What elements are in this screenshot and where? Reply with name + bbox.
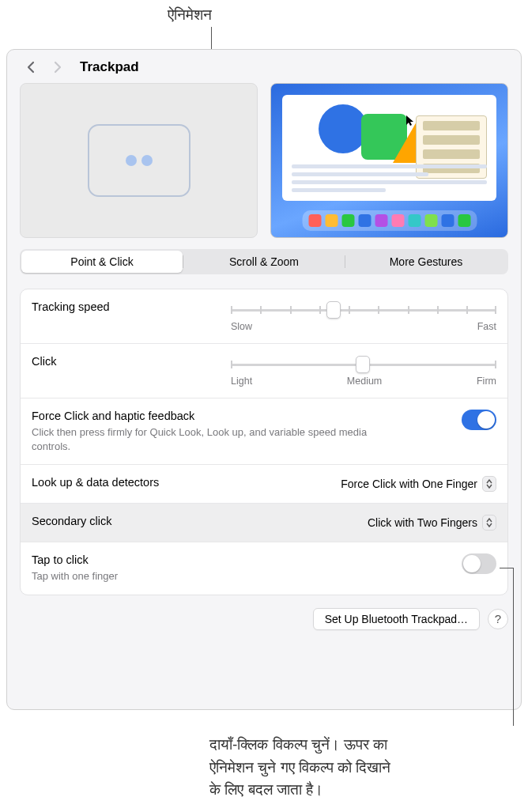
tab-more-gestures[interactable]: More Gestures xyxy=(345,251,507,273)
slider-max-label: Fast xyxy=(477,321,496,332)
click-slider[interactable] xyxy=(231,357,496,372)
slider-min-label: Slow xyxy=(231,321,252,332)
slider-min-label: Light xyxy=(231,376,252,387)
back-button[interactable] xyxy=(20,58,42,77)
finger-dot xyxy=(141,155,153,166)
callout-line xyxy=(513,568,514,726)
settings-list: Tracking speed Slow Fast xyxy=(20,289,508,595)
callout-animation-label: ऐनिमेशन xyxy=(168,6,212,24)
force-click-desc: Click then press firmly for Quick Look, … xyxy=(32,425,379,453)
callout-line xyxy=(500,568,513,568)
trackpad-settings-window: Trackpad xyxy=(6,49,522,710)
dock-app-icon xyxy=(358,214,371,227)
tracking-speed-row: Tracking speed Slow Fast xyxy=(21,289,507,344)
tap-to-click-desc: Tap with one finger xyxy=(32,569,118,584)
chevron-updown-icon xyxy=(482,515,496,531)
gesture-animation-preview xyxy=(20,83,258,238)
chevron-updown-icon xyxy=(482,476,496,492)
dock-app-icon xyxy=(308,214,321,227)
dock-app-icon xyxy=(391,214,404,227)
dock-app-icon xyxy=(341,214,354,227)
secondary-click-row: Secondary click Click with Two Fingers xyxy=(21,504,507,542)
setup-bluetooth-button[interactable]: Set Up Bluetooth Trackpad… xyxy=(313,608,480,630)
force-click-label: Force Click and haptic feedback xyxy=(32,410,379,422)
dock-illustration xyxy=(302,210,477,231)
tab-point-click[interactable]: Point & Click xyxy=(21,251,183,273)
secondary-click-value: Click with Two Fingers xyxy=(368,516,477,529)
secondary-click-select[interactable]: Click with Two Fingers xyxy=(363,515,496,531)
nav-bar: Trackpad xyxy=(7,50,521,83)
lookup-label: Look up & data detectors xyxy=(32,476,159,489)
tap-to-click-label: Tap to click xyxy=(32,553,118,566)
slider-mid-label: Medium xyxy=(347,376,382,387)
dock-app-icon xyxy=(408,214,421,227)
forward-button[interactable] xyxy=(47,58,69,77)
dock-app-icon xyxy=(375,214,387,227)
tab-bar: Point & Click Scroll & Zoom More Gesture… xyxy=(20,249,508,274)
dock-app-icon xyxy=(441,214,454,227)
tracking-speed-label: Tracking speed xyxy=(32,300,110,313)
lookup-select[interactable]: Force Click with One Finger xyxy=(336,476,496,492)
secondary-click-label: Secondary click xyxy=(32,515,112,527)
lookup-value: Force Click with One Finger xyxy=(341,478,477,490)
tap-to-click-toggle[interactable] xyxy=(462,553,496,574)
tap-to-click-row: Tap to click Tap with one finger xyxy=(21,542,507,595)
click-row: Click Light Medium Firm xyxy=(21,344,507,398)
dock-app-icon xyxy=(325,214,338,227)
tab-scroll-zoom[interactable]: Scroll & Zoom xyxy=(183,251,345,273)
trackpad-illustration xyxy=(88,124,190,197)
lookup-row: Look up & data detectors Force Click wit… xyxy=(21,465,507,504)
callout-secondary-click: दायाँ-क्लिक विकल्प चुनें। ऊपर का ऐनिमेशन… xyxy=(209,734,390,802)
slider-max-label: Firm xyxy=(477,376,496,387)
tracking-speed-slider[interactable] xyxy=(231,302,496,318)
dock-app-icon xyxy=(424,214,437,227)
click-label: Click xyxy=(32,355,56,368)
finger-dot xyxy=(126,155,137,166)
help-button[interactable]: ? xyxy=(488,609,508,629)
desktop-animation-preview xyxy=(270,83,508,238)
force-click-toggle[interactable] xyxy=(462,410,496,430)
force-click-row: Force Click and haptic feedback Click th… xyxy=(21,398,507,465)
page-title: Trackpad xyxy=(80,59,139,75)
dock-app-icon xyxy=(458,214,470,227)
